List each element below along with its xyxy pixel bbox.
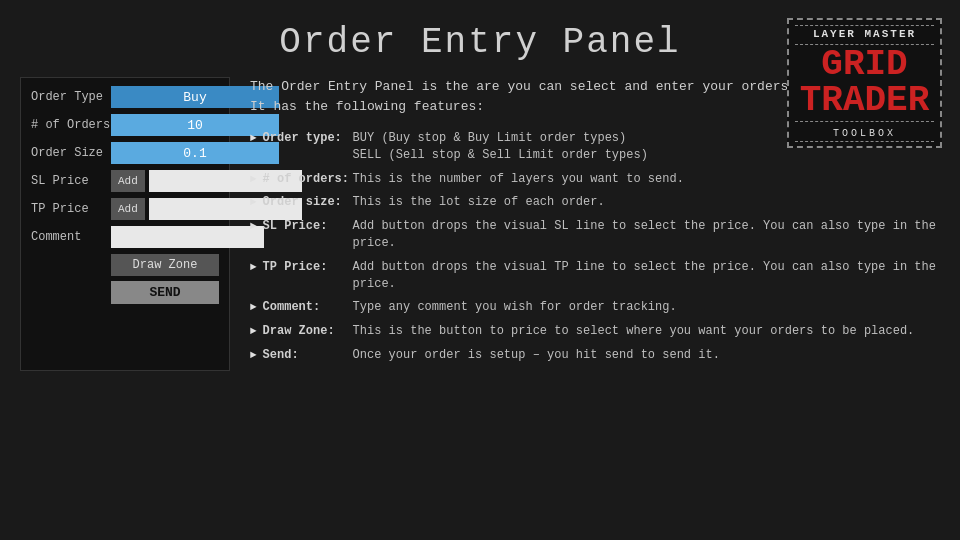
arrow-icon: ► [250,324,257,339]
tp-add-button[interactable]: Add [111,198,145,220]
arrow-icon: ► [250,348,257,363]
tp-price-label: TP Price [31,202,111,216]
order-size-label: Order Size [31,146,111,160]
order-type-row: Order Type [31,86,219,108]
logo-grid-text: GRID [821,47,907,83]
feature-label: # of orders: [263,171,353,188]
comment-label: Comment [31,230,111,244]
logo-top-text: LAYER MASTER [813,28,916,40]
feature-desc: Type any comment you wish for order trac… [353,299,940,316]
arrow-icon: ► [250,219,257,234]
feature-label: Draw Zone: [263,323,353,340]
sl-add-button[interactable]: Add [111,170,145,192]
arrow-icon: ► [250,300,257,315]
feature-label: Order size: [263,194,353,211]
feature-desc: This is the number of layers you want to… [353,171,940,188]
comment-row: Comment [31,226,219,248]
feature-item: ► Order size: This is the lot size of ea… [250,194,940,211]
arrow-icon: ► [250,172,257,187]
comment-input[interactable] [111,226,264,248]
feature-label: Comment: [263,299,353,316]
sl-price-row: SL Price Add [31,170,219,192]
feature-label: SL Price: [263,218,353,235]
num-orders-row: # of Orders [31,114,219,136]
order-form-panel: Order Type # of Orders Order Size SL Pri… [20,77,230,371]
draw-zone-button[interactable]: Draw Zone [111,254,219,276]
logo-bottom-text: TOOLBOX [833,128,896,139]
feature-label: TP Price: [263,259,353,276]
num-orders-label: # of Orders [31,118,111,132]
feature-desc: This is the button to price to select wh… [353,323,940,340]
feature-item: ► TP Price: Add button drops the visual … [250,259,940,293]
feature-item: ► Comment: Type any comment you wish for… [250,299,940,316]
order-type-label: Order Type [31,90,111,104]
feature-item: ► # of orders: This is the number of lay… [250,171,940,188]
feature-desc: Once your order is setup – you hit send … [353,347,940,364]
arrow-icon: ► [250,195,257,210]
order-size-row: Order Size [31,142,219,164]
feature-item: ► Draw Zone: This is the button to price… [250,323,940,340]
logo-panel: LAYER MASTER GRID TRADER TOOLBOX [787,18,942,148]
feature-label: Send: [263,347,353,364]
feature-desc: This is the lot size of each order. [353,194,940,211]
arrow-icon: ► [250,260,257,275]
button-area: Draw Zone SEND [31,254,219,304]
feature-list: ► Order type: BUY (Buy stop & Buy Limit … [250,130,940,364]
sl-price-label: SL Price [31,174,111,188]
send-button[interactable]: SEND [111,281,219,304]
feature-desc: Add button drops the visual SL line to s… [353,218,940,252]
feature-item: ► Send: Once your order is setup – you h… [250,347,940,364]
tp-price-row: TP Price Add [31,198,219,220]
feature-desc: Add button drops the visual TP line to s… [353,259,940,293]
arrow-icon: ► [250,131,257,146]
feature-label: Order type: [263,130,353,147]
feature-item: ► SL Price: Add button drops the visual … [250,218,940,252]
logo-trader-text: TRADER [800,83,930,119]
